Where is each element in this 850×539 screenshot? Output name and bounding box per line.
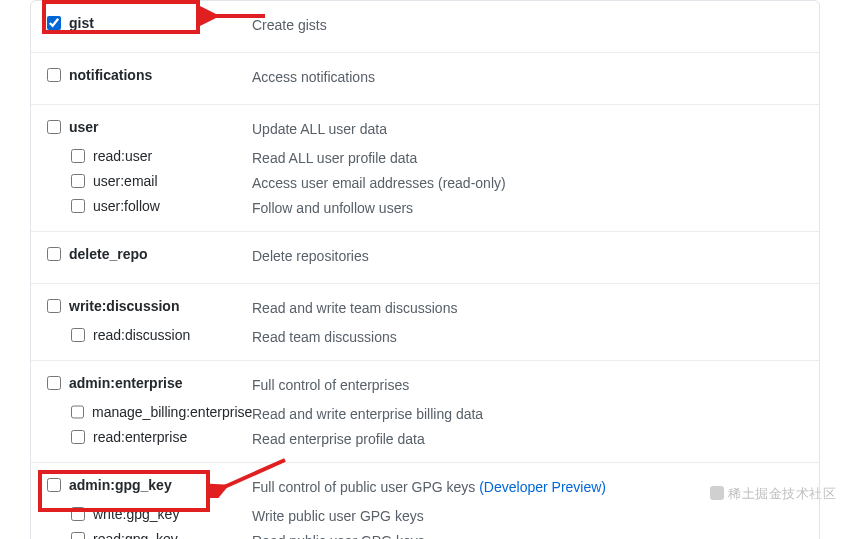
scope-group-notifications: notifications Access notifications xyxy=(31,52,819,104)
scope-checkbox-user-follow[interactable] xyxy=(71,199,85,213)
scope-desc-write-discussion: Read and write team discussions xyxy=(252,298,803,319)
scope-checkbox-read-enterprise[interactable] xyxy=(71,430,85,444)
scope-checkbox-read-gpg-key[interactable] xyxy=(71,532,85,539)
scope-group-user: user Update ALL user data read:user Read… xyxy=(31,104,819,231)
scope-checkbox-manage-billing-enterprise[interactable] xyxy=(71,405,84,419)
scope-desc-delete-repo: Delete repositories xyxy=(252,246,803,267)
scope-row-user-email: user:email Access user email addresses (… xyxy=(47,171,803,196)
scope-desc-notifications: Access notifications xyxy=(252,67,803,88)
scope-group-admin-enterprise: admin:enterprise Full control of enterpr… xyxy=(31,360,819,462)
scope-desc-write-gpg-key: Write public user GPG keys xyxy=(252,506,803,527)
scope-checkbox-admin-enterprise[interactable] xyxy=(47,376,61,390)
scopes-panel: gist Create gists notifications Access n… xyxy=(30,0,820,539)
scope-label-read-enterprise[interactable]: read:enterprise xyxy=(93,429,187,445)
scope-label-read-discussion[interactable]: read:discussion xyxy=(93,327,190,343)
scope-checkbox-gist[interactable] xyxy=(47,16,61,30)
watermark-icon xyxy=(710,486,724,500)
scope-row-read-gpg-key: read:gpg_key Read public user GPG keys xyxy=(47,529,803,539)
scope-desc-manage-billing-enterprise: Read and write enterprise billing data xyxy=(252,404,803,425)
scope-desc-admin-enterprise: Full control of enterprises xyxy=(252,375,803,396)
scope-row-admin-gpg-key: admin:gpg_key Full control of public use… xyxy=(47,475,803,500)
scope-label-write-discussion[interactable]: write:discussion xyxy=(69,298,179,314)
scope-row-read-user: read:user Read ALL user profile data xyxy=(47,146,803,171)
scope-label-user-email[interactable]: user:email xyxy=(93,173,158,189)
scope-row-gist: gist Create gists xyxy=(47,13,803,38)
scope-desc-read-gpg-key: Read public user GPG keys xyxy=(252,531,803,539)
scope-label-notifications[interactable]: notifications xyxy=(69,67,152,83)
scope-row-write-gpg-key: write:gpg_key Write public user GPG keys xyxy=(47,504,803,529)
scope-desc-gist: Create gists xyxy=(252,15,803,36)
scope-label-read-gpg-key[interactable]: read:gpg_key xyxy=(93,531,178,539)
scope-label-manage-billing-enterprise[interactable]: manage_billing:enterprise xyxy=(92,404,252,420)
scope-group-delete-repo: delete_repo Delete repositories xyxy=(31,231,819,283)
scope-row-delete-repo: delete_repo Delete repositories xyxy=(47,244,803,269)
scope-group-admin-gpg-key: admin:gpg_key Full control of public use… xyxy=(31,462,819,539)
scope-desc-user: Update ALL user data xyxy=(252,119,803,140)
scope-label-user-follow[interactable]: user:follow xyxy=(93,198,160,214)
scope-desc-read-user: Read ALL user profile data xyxy=(252,148,803,169)
scope-row-read-enterprise: read:enterprise Read enterprise profile … xyxy=(47,427,803,452)
scope-group-write-discussion: write:discussion Read and write team dis… xyxy=(31,283,819,360)
scope-label-user[interactable]: user xyxy=(69,119,99,135)
scope-row-user-follow: user:follow Follow and unfollow users xyxy=(47,196,803,221)
scope-label-read-user[interactable]: read:user xyxy=(93,148,152,164)
scope-row-manage-billing-enterprise: manage_billing:enterprise Read and write… xyxy=(47,402,803,427)
scope-checkbox-admin-gpg-key[interactable] xyxy=(47,478,61,492)
scope-checkbox-user[interactable] xyxy=(47,120,61,134)
scope-desc-read-enterprise: Read enterprise profile data xyxy=(252,429,803,450)
scope-checkbox-read-user[interactable] xyxy=(71,149,85,163)
watermark-text: 稀土掘金技术社区 xyxy=(728,486,836,501)
scope-checkbox-write-discussion[interactable] xyxy=(47,299,61,313)
scope-row-read-discussion: read:discussion Read team discussions xyxy=(47,325,803,350)
scope-checkbox-user-email[interactable] xyxy=(71,174,85,188)
scope-desc-user-follow: Follow and unfollow users xyxy=(252,198,803,219)
scope-label-write-gpg-key[interactable]: write:gpg_key xyxy=(93,506,179,522)
scope-group-gist: gist Create gists xyxy=(31,1,819,52)
scope-row-notifications: notifications Access notifications xyxy=(47,65,803,90)
scope-desc-read-discussion: Read team discussions xyxy=(252,327,803,348)
scope-row-user: user Update ALL user data xyxy=(47,117,803,142)
scope-checkbox-delete-repo[interactable] xyxy=(47,247,61,261)
scope-label-admin-enterprise[interactable]: admin:enterprise xyxy=(69,375,183,391)
developer-preview-link[interactable]: (Developer Preview) xyxy=(479,479,606,495)
scope-label-gist[interactable]: gist xyxy=(69,15,94,31)
scope-desc-user-email: Access user email addresses (read-only) xyxy=(252,173,803,194)
scope-label-delete-repo[interactable]: delete_repo xyxy=(69,246,148,262)
scope-desc-admin-gpg-key-text: Full control of public user GPG keys xyxy=(252,479,479,495)
scope-row-admin-enterprise: admin:enterprise Full control of enterpr… xyxy=(47,373,803,398)
scope-label-admin-gpg-key[interactable]: admin:gpg_key xyxy=(69,477,172,493)
scope-checkbox-write-gpg-key[interactable] xyxy=(71,507,85,521)
watermark: 稀土掘金技术社区 xyxy=(710,485,836,503)
scope-row-write-discussion: write:discussion Read and write team dis… xyxy=(47,296,803,321)
scope-checkbox-notifications[interactable] xyxy=(47,68,61,82)
scope-checkbox-read-discussion[interactable] xyxy=(71,328,85,342)
